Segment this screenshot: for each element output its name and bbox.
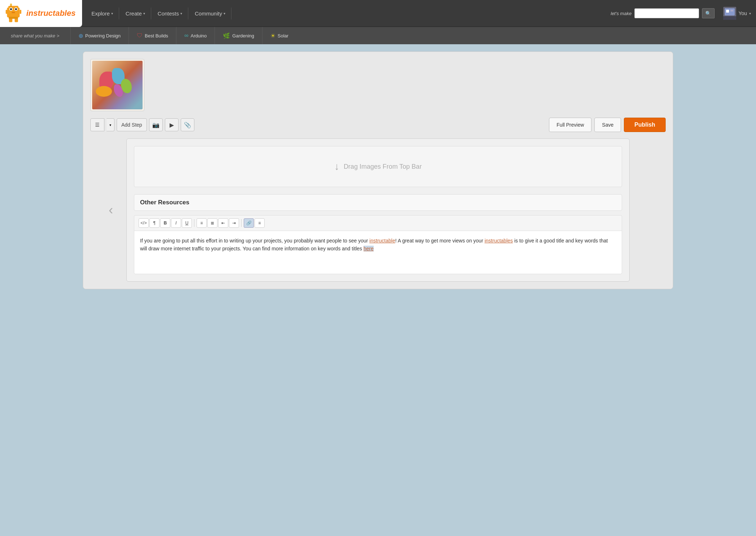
paperclip-icon: 📎 (184, 122, 191, 128)
top-navigation: instructables Explore ▾ Create ▾ Contest… (0, 0, 756, 27)
rte-toolbar: </> ¶ B I U ≡ ≣ ⇤ ⇥ 🔗 ≡ (134, 215, 622, 231)
svg-rect-16 (726, 10, 729, 13)
svg-point-3 (10, 8, 12, 10)
channel-best-builds[interactable]: 🛡 Best Builds (129, 27, 176, 44)
list-dropdown-button[interactable]: ▾ (107, 118, 114, 131)
nav-item-create[interactable]: Create ▾ (120, 8, 151, 19)
video-button[interactable]: ▶ (165, 118, 179, 131)
nav-item-community[interactable]: Community ▾ (189, 8, 231, 19)
logo-robot-icon (4, 3, 23, 24)
svg-rect-11 (9, 17, 18, 19)
section-title: Other Resources (134, 194, 622, 211)
list-dropdown-icon: ▾ (109, 123, 111, 127)
user-avatar-icon (723, 7, 736, 20)
search-area: let's make 🔍 (611, 8, 715, 18)
rte-link-button[interactable]: 🔗 (244, 218, 254, 228)
search-input[interactable] (634, 8, 699, 18)
drag-zone-text: Drag Images From Top Bar (344, 163, 422, 171)
arduino-icon: ∞ (184, 32, 188, 39)
full-preview-button[interactable]: Full Preview (549, 118, 591, 132)
add-step-button[interactable]: Add Step (117, 118, 147, 131)
rte-separator-2 (241, 219, 242, 227)
nav-item-explore[interactable]: Explore ▾ (86, 8, 119, 19)
publish-button[interactable]: Publish (624, 118, 666, 132)
editor-toolbar: ☰ ▾ Add Step 📷 ▶ 📎 (90, 118, 666, 132)
site-name: instructables (26, 9, 76, 18)
channel-arduino[interactable]: ∞ Arduino (176, 27, 215, 44)
toolbar-right: Full Preview Save Publish (549, 118, 666, 132)
channel-solar[interactable]: ☀ Solar (262, 27, 296, 44)
channel-powering-design[interactable]: ⊕ Powering Design (70, 27, 129, 44)
rte-indent-less-button[interactable]: ⇤ (218, 218, 228, 228)
explore-chevron-icon: ▾ (111, 12, 113, 15)
editor-container: ☰ ▾ Add Step 📷 ▶ 📎 (83, 51, 673, 289)
rte-ul-button[interactable]: ≡ (197, 218, 207, 228)
rte-text: If you are going to put all this effort … (140, 238, 608, 251)
user-menu[interactable]: You ▾ (718, 5, 756, 22)
tagline: share what you make > (11, 33, 59, 38)
save-button[interactable]: Save (594, 118, 621, 132)
avatar (723, 7, 736, 20)
video-icon: ▶ (170, 122, 174, 128)
rte-italic-button[interactable]: I (171, 218, 181, 228)
nav-links: Explore ▾ Create ▾ Contests ▾ Community … (86, 8, 611, 19)
rte-code-button[interactable]: </> (139, 218, 149, 228)
create-chevron-icon: ▾ (143, 12, 145, 15)
svg-point-5 (15, 8, 17, 10)
rte-align-button[interactable]: ≡ (255, 218, 265, 228)
channel-list: ⊕ Powering Design 🛡 Best Builds ∞ Arduin… (70, 27, 297, 44)
rte-paragraph-button[interactable]: ¶ (149, 218, 159, 228)
attach-button[interactable]: 📎 (181, 118, 194, 131)
solar-icon: ☀ (270, 32, 275, 39)
content-editor: ‹ ↓ Drag Images From Top Bar Other Resou… (126, 138, 630, 282)
search-label: let's make (611, 11, 631, 16)
list-icon: ☰ (95, 122, 100, 128)
best-builds-icon: 🛡 (137, 32, 143, 39)
svg-rect-18 (723, 16, 736, 20)
rte-ol-button[interactable]: ≣ (207, 218, 217, 228)
powering-design-icon: ⊕ (78, 32, 83, 39)
svg-rect-17 (730, 10, 733, 12)
svg-rect-8 (20, 10, 22, 14)
thumbnail-image (92, 61, 143, 109)
left-nav-arrow[interactable]: ‹ (109, 203, 113, 218)
channel-gardening[interactable]: 🌿 Gardening (215, 27, 262, 44)
rte-separator-1 (194, 219, 194, 227)
instructable-link-1[interactable]: instructable (369, 238, 395, 244)
rte-content-area[interactable]: If you are going to put all this effort … (134, 231, 622, 274)
list-button[interactable]: ☰ (90, 118, 104, 131)
rte-bold-button[interactable]: B (160, 218, 170, 228)
svg-rect-6 (12, 12, 15, 13)
user-chevron-icon: ▾ (749, 12, 751, 15)
image-strip (90, 59, 666, 111)
main-thumbnail[interactable] (90, 59, 144, 111)
camera-button[interactable]: 📷 (149, 118, 163, 131)
svg-rect-7 (6, 10, 8, 14)
community-chevron-icon: ▾ (224, 12, 225, 15)
svg-point-13 (10, 4, 12, 6)
here-link[interactable]: here (364, 246, 374, 251)
instructables-link-2[interactable]: instructables (485, 238, 513, 244)
drag-arrow-icon: ↓ (334, 161, 339, 172)
gardening-icon: 🌿 (223, 32, 230, 39)
toolbar-left: ☰ ▾ Add Step 📷 ▶ 📎 (90, 118, 547, 131)
camera-icon: 📷 (152, 122, 159, 128)
drag-images-zone[interactable]: ↓ Drag Images From Top Bar (134, 146, 622, 187)
user-name: You (738, 10, 747, 16)
rte-underline-button[interactable]: U (182, 218, 192, 228)
sub-navigation: share what you make > ⊕ Powering Design … (0, 27, 756, 44)
nav-item-contests[interactable]: Contests ▾ (152, 8, 188, 19)
main-content: ☰ ▾ Add Step 📷 ▶ 📎 (0, 44, 756, 536)
contests-chevron-icon: ▾ (180, 12, 182, 15)
search-button[interactable]: 🔍 (702, 8, 715, 18)
rte-indent-more-button[interactable]: ⇥ (229, 218, 239, 228)
logo-area[interactable]: instructables (0, 0, 82, 27)
